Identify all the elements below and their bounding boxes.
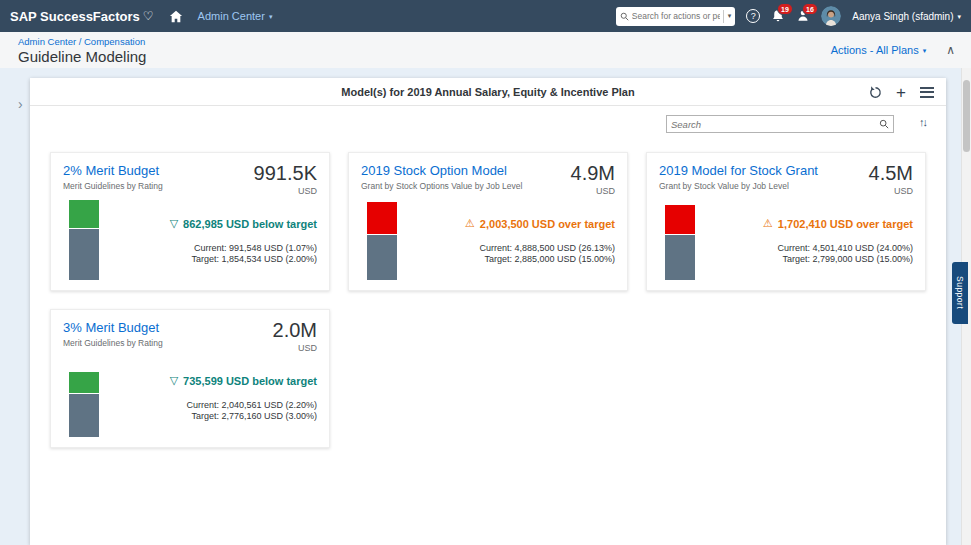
model-search[interactable] <box>666 115 894 133</box>
card-current-value: Current: 2,040,561 USD (2.20%) <box>186 400 317 410</box>
card-subtitle: Merit Guidelines by Rating <box>63 181 163 191</box>
models-panel: Model(s) for 2019 Annual Salary, Equity … <box>30 78 946 545</box>
bar-segment-top <box>665 205 695 234</box>
panel-toolbar: ↑↓ <box>30 106 946 142</box>
card-value: 2.0M <box>273 320 317 340</box>
model-card[interactable]: 2019 Stock Option Model Grant by Stock O… <box>348 152 628 291</box>
card-current-value: Current: 4,501,410 USD (24.00%) <box>777 243 913 253</box>
todos-badge: 16 <box>802 3 819 15</box>
support-tab[interactable]: Support <box>952 262 968 324</box>
card-bar-chart <box>665 205 695 280</box>
card-title-link[interactable]: 2019 Model for Stock Grant <box>659 163 818 178</box>
card-current-value: Current: 4,888,500 USD (26.13%) <box>479 243 615 253</box>
global-search-input[interactable] <box>632 11 720 21</box>
chevron-down-icon: ▾ <box>957 13 961 20</box>
status-text: 862,985 USD below target <box>183 218 317 230</box>
menu-icon[interactable] <box>920 87 934 98</box>
expand-panel-icon[interactable]: › <box>18 96 23 112</box>
card-title-link[interactable]: 2% Merit Budget <box>63 163 163 178</box>
status-text: 735,599 USD below target <box>183 375 317 387</box>
heart-icon: ♡ <box>143 9 154 23</box>
brand-logo[interactable]: SAP SuccessFactors ♡ <box>10 9 154 24</box>
card-unit: USD <box>571 186 615 196</box>
card-bar-chart <box>367 202 397 280</box>
chevron-down-icon: ▾ <box>923 47 927 54</box>
card-unit: USD <box>254 186 317 196</box>
bar-segment-top <box>367 202 397 234</box>
brand-text: SAP SuccessFactors <box>10 9 140 24</box>
model-card[interactable]: 2019 Model for Stock Grant Grant by Stoc… <box>646 152 926 291</box>
card-title-link[interactable]: 3% Merit Budget <box>63 320 163 335</box>
card-unit: USD <box>869 186 913 196</box>
card-status: ▽ 862,985 USD below target <box>170 217 317 230</box>
status-text: 1,702,410 USD over target <box>778 218 913 230</box>
search-icon <box>620 12 629 21</box>
model-search-input[interactable] <box>671 119 879 130</box>
card-target-value: Target: 2,776,160 USD (3.00%) <box>191 411 317 421</box>
sort-icon[interactable]: ↑↓ <box>919 116 926 128</box>
user-menu[interactable]: Aanya Singh (sfadmin) ▾ <box>852 11 961 22</box>
card-bar-chart <box>69 200 99 280</box>
status-text: 2,003,500 USD over target <box>480 218 615 230</box>
status-icon: ⚠ <box>465 217 475 230</box>
model-card[interactable]: 3% Merit Budget Merit Guidelines by Rati… <box>50 309 330 448</box>
card-status: ⚠ 2,003,500 USD over target <box>465 217 615 230</box>
cards-container: 2% Merit Budget Merit Guidelines by Rati… <box>30 142 946 458</box>
card-title-link[interactable]: 2019 Stock Option Model <box>361 163 522 178</box>
card-value: 991.5K <box>254 163 317 183</box>
card-target-value: Target: 1,854,534 USD (2.00%) <box>191 254 317 264</box>
home-icon[interactable] <box>169 10 183 23</box>
actions-all-plans-button[interactable]: Actions - All Plans ▾ <box>831 44 927 56</box>
panel-title: Model(s) for 2019 Annual Salary, Equity … <box>30 78 946 106</box>
global-search[interactable]: ▾ <box>616 7 736 26</box>
bar-segment-bottom <box>69 228 99 280</box>
bar-segment-bottom <box>367 234 397 280</box>
bar-segment-bottom <box>665 234 695 281</box>
breadcrumb[interactable]: Admin Center / Compensation <box>18 36 953 47</box>
search-icon <box>879 119 889 129</box>
collapse-header-icon[interactable]: ∧ <box>946 43 955 57</box>
bar-segment-bottom <box>69 393 99 437</box>
card-status: ▽ 735,599 USD below target <box>170 374 317 387</box>
status-icon: ⚠ <box>763 217 773 230</box>
card-current-value: Current: 991,548 USD (1.07%) <box>194 243 317 253</box>
refresh-icon[interactable] <box>869 86 882 99</box>
bar-segment-top <box>69 200 99 228</box>
todos-button[interactable]: 16 <box>796 9 810 23</box>
card-status: ⚠ 1,702,410 USD over target <box>763 217 913 230</box>
page-title: Guideline Modeling <box>18 48 953 65</box>
card-target-value: Target: 2,799,000 USD (15.00%) <box>782 254 913 264</box>
panel-header: Model(s) for 2019 Annual Salary, Equity … <box>30 78 946 106</box>
search-scope-chevron-icon[interactable]: ▾ <box>723 10 732 23</box>
card-subtitle: Grant by Stock Options Value by Job Leve… <box>361 181 522 191</box>
help-icon[interactable]: ? <box>746 9 760 23</box>
top-bar: SAP SuccessFactors ♡ Admin Center ▾ ▾ ? … <box>0 0 971 32</box>
card-value: 4.9M <box>571 163 615 183</box>
add-model-button[interactable]: + <box>896 84 906 101</box>
nav-admin-center-label: Admin Center <box>198 10 265 22</box>
model-card[interactable]: 2% Merit Budget Merit Guidelines by Rati… <box>50 152 330 291</box>
chevron-down-icon: ▾ <box>269 13 273 20</box>
avatar[interactable] <box>821 6 841 26</box>
notifications-button[interactable]: 19 <box>771 9 785 23</box>
card-unit: USD <box>273 343 317 353</box>
bar-segment-top <box>69 372 99 393</box>
status-icon: ▽ <box>170 374 178 387</box>
notifications-badge: 19 <box>777 3 794 15</box>
page-header: Admin Center / Compensation Guideline Mo… <box>0 32 971 68</box>
card-bar-chart <box>69 372 99 437</box>
content-area: › Model(s) for 2019 Annual Salary, Equit… <box>0 68 971 545</box>
card-value: 4.5M <box>869 163 913 183</box>
card-subtitle: Grant by Stock Value by Job Level <box>659 181 818 191</box>
actions-all-plans-label: Actions - All Plans <box>831 44 919 56</box>
nav-admin-center[interactable]: Admin Center ▾ <box>198 10 273 22</box>
status-icon: ▽ <box>170 217 178 230</box>
user-name: Aanya Singh (sfadmin) <box>852 11 953 22</box>
scrollbar-thumb[interactable] <box>963 80 970 152</box>
card-target-value: Target: 2,885,000 USD (15.00%) <box>484 254 615 264</box>
card-subtitle: Merit Guidelines by Rating <box>63 338 163 348</box>
